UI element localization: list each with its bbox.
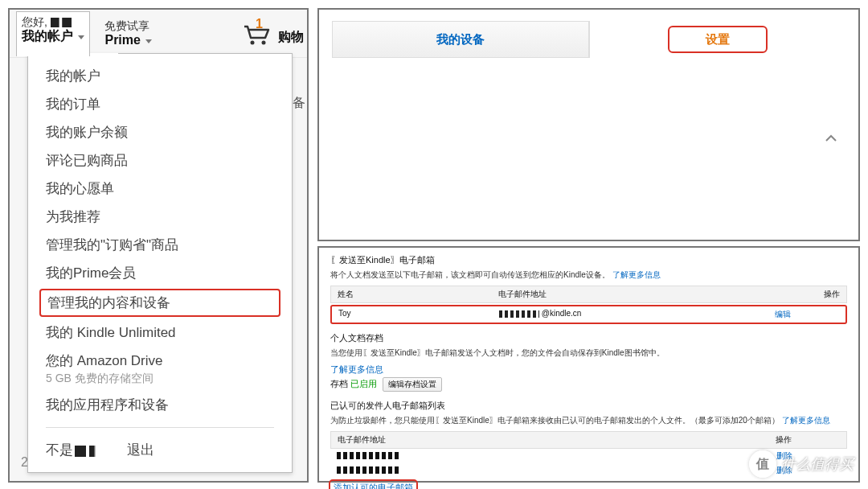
email-domain: @kindle.cn bbox=[542, 309, 582, 318]
menu-item-balance[interactable]: 我的账户余额 bbox=[28, 118, 292, 146]
not-user-prefix: 不是 bbox=[46, 442, 73, 458]
send-to-kindle-title: 〖发送至Kindle〗电子邮箱 bbox=[330, 254, 847, 266]
tab-my-devices[interactable]: 我的设备 bbox=[332, 21, 589, 58]
prime-label: Prime bbox=[104, 33, 140, 47]
drive-subtitle: 5 GB 免费的存储空间 bbox=[46, 372, 154, 384]
email-redacted bbox=[499, 310, 539, 318]
archive-status-value: 已启用 bbox=[350, 379, 377, 388]
learn-more-link[interactable]: 了解更多信息 bbox=[330, 364, 847, 376]
menu-item-account[interactable]: 我的帐户 bbox=[28, 62, 292, 90]
approved-table-header: 电子邮件地址 操作 bbox=[330, 431, 847, 449]
chevron-down-icon bbox=[145, 39, 152, 43]
menu-item-manage-content-devices[interactable]: 管理我的内容和设备 bbox=[39, 289, 280, 317]
archive-title: 个人文档存档 bbox=[330, 332, 847, 344]
smzdm-watermark: 值 什么值得买 bbox=[749, 450, 854, 478]
menu-item-amazon-drive[interactable]: 您的 Amazon Drive 5 GB 免费的存储空间 bbox=[28, 347, 292, 391]
send-to-kindle-desc: 将个人文档发送至以下电子邮箱，该文档即可自动传送到您相应的Kindle设备。 了… bbox=[330, 269, 847, 281]
menu-item-orders[interactable]: 我的订单 bbox=[28, 90, 292, 118]
th-email: 电子邮件地址 bbox=[338, 434, 776, 446]
drive-title: 您的 Amazon Drive bbox=[46, 353, 162, 368]
left-composite-panel: 您好, 我的帐户 免费试享 Prime 1 购物 设备 我的帐户 我的订单 我的… bbox=[8, 8, 309, 483]
account-label: 我的帐户 bbox=[22, 29, 73, 43]
th-name: 姓名 bbox=[338, 289, 498, 300]
svg-point-1 bbox=[262, 40, 266, 44]
username-redacted bbox=[75, 446, 86, 457]
cart-link[interactable]: 1 购物 bbox=[241, 22, 307, 46]
tabs-panel: 我的设备 设置 bbox=[317, 8, 860, 241]
learn-more-link[interactable]: 了解更多信息 bbox=[612, 270, 661, 279]
cell-email: @kindle.cn bbox=[499, 309, 775, 320]
menu-item-wishlist[interactable]: 我的心愿单 bbox=[28, 175, 292, 203]
approved-title: 已认可的发件人电子邮箱列表 bbox=[330, 400, 847, 412]
svg-point-0 bbox=[251, 40, 255, 44]
watermark-text: 什么值得买 bbox=[781, 454, 854, 474]
chevron-down-icon bbox=[78, 35, 84, 39]
archive-status-row: 存档 已启用 编辑存档设置 bbox=[330, 377, 847, 392]
table-header: 姓名 电子邮件地址 操作 bbox=[330, 286, 847, 303]
site-header: 您好, 我的帐户 免费试享 Prime 1 购物 bbox=[10, 10, 307, 58]
cart-label: 购物 bbox=[278, 29, 304, 46]
th-action: 操作 bbox=[776, 289, 840, 300]
edit-link[interactable]: 编辑 bbox=[775, 309, 839, 320]
archive-desc: 当您使用〖发送至Kindle〗电子邮箱发送个人文档时，您的文件会自动保存到Kin… bbox=[330, 347, 847, 359]
cart-icon: 1 bbox=[241, 22, 276, 46]
menu-divider bbox=[46, 427, 274, 428]
cart-count: 1 bbox=[256, 17, 263, 31]
th-email: 电子邮件地址 bbox=[498, 289, 776, 300]
tab-settings[interactable]: 设置 bbox=[669, 27, 766, 51]
approved-desc-text: 为防止垃圾邮件，您只能使用〖发送至Kindle〗电子邮箱来接收由已认可的电子邮箱… bbox=[330, 416, 780, 425]
kindle-settings-panel: 〖发送至Kindle〗电子邮箱 将个人文档发送至以下电子邮箱，该文档即可自动传送… bbox=[317, 246, 860, 483]
watermark-badge: 值 bbox=[749, 450, 776, 478]
account-dropdown-menu: 我的帐户 我的订单 我的账户余额 评论已购商品 我的心愿单 为我推荐 管理我的"… bbox=[27, 53, 293, 473]
add-approved-email-link[interactable]: 添加认可的电子邮箱 bbox=[330, 481, 416, 489]
tab-settings-wrap: 设置 bbox=[589, 21, 845, 58]
menu-item-recommend[interactable]: 为我推荐 bbox=[28, 203, 292, 231]
th-action: 操作 bbox=[776, 434, 840, 446]
menu-bottom-row: 不是 退出 bbox=[28, 436, 292, 464]
menu-item-apps-devices[interactable]: 我的应用程序和设备 bbox=[28, 391, 292, 419]
tabs-row: 我的设备 设置 bbox=[332, 21, 845, 58]
cell-name: Toy bbox=[338, 309, 499, 320]
menu-item-subscribe-save[interactable]: 管理我的"订购省"商品 bbox=[28, 231, 292, 259]
account-dropdown-trigger[interactable]: 您好, 我的帐户 bbox=[16, 11, 90, 56]
collapse-caret-icon[interactable] bbox=[825, 132, 837, 145]
username-redacted bbox=[89, 446, 100, 457]
kindle-email-table: 姓名 电子邮件地址 操作 Toy @kindle.cn 编辑 bbox=[330, 286, 847, 324]
prime-try-label: 免费试享 bbox=[104, 19, 152, 33]
archive-section: 个人文档存档 当您使用〖发送至Kindle〗电子邮箱发送个人文档时，您的文件会自… bbox=[330, 332, 847, 392]
username-redacted bbox=[51, 18, 72, 27]
edit-archive-button[interactable]: 编辑存档设置 bbox=[383, 377, 442, 392]
learn-more-link[interactable]: 了解更多信息 bbox=[782, 416, 830, 425]
desc-text: 将个人文档发送至以下电子邮箱，该文档即可自动传送到您相应的Kindle设备。 bbox=[330, 270, 610, 279]
menu-item-reviews[interactable]: 评论已购商品 bbox=[28, 146, 292, 175]
greeting: 您好, bbox=[22, 15, 47, 28]
table-row: Toy @kindle.cn 编辑 bbox=[330, 305, 847, 324]
email-redacted bbox=[337, 452, 401, 459]
archive-status-label: 存档 bbox=[330, 379, 348, 388]
approved-desc: 为防止垃圾邮件，您只能使用〖发送至Kindle〗电子邮箱来接收由已认可的电子邮箱… bbox=[330, 415, 847, 426]
menu-item-prime-member[interactable]: 我的Prime会员 bbox=[28, 259, 292, 287]
email-redacted bbox=[337, 466, 401, 474]
logout-link[interactable]: 退出 bbox=[127, 442, 154, 458]
menu-item-kindle-unlimited[interactable]: 我的 Kindle Unlimited bbox=[28, 318, 292, 347]
prime-link[interactable]: 免费试享 Prime bbox=[104, 19, 152, 48]
